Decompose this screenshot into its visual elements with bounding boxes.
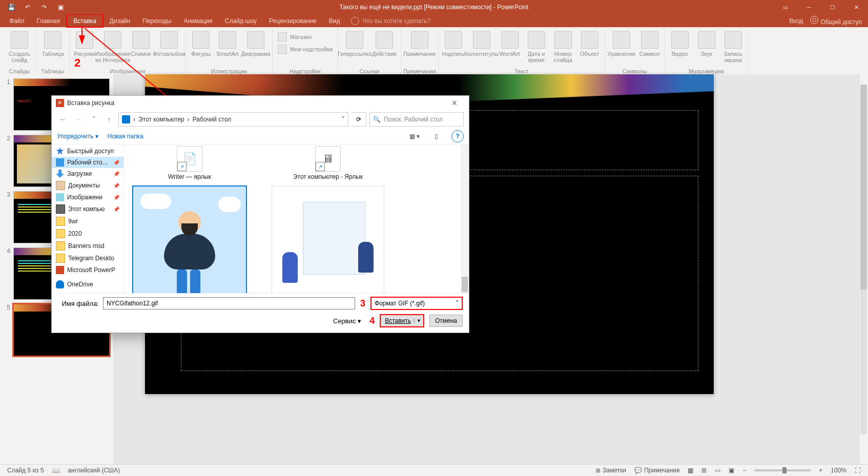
side-folder-powerpoint[interactable]: Microsoft PowerP — [52, 264, 123, 276]
tell-me-search[interactable]: Что вы хотите сделать? — [346, 14, 436, 27]
organize-button[interactable]: Упорядочить ▾ — [57, 133, 98, 140]
fit-window-icon[interactable]: ⛶ — [851, 467, 865, 474]
tab-animation[interactable]: Анимация — [177, 14, 218, 27]
maximize-icon[interactable]: ☐ — [821, 0, 844, 14]
tab-transitions[interactable]: Переходы — [136, 14, 177, 27]
search-icon: 🔍 — [373, 116, 381, 123]
side-onedrive[interactable]: OneDrive — [52, 279, 123, 290]
object-button[interactable]: Объект — [577, 29, 603, 64]
wordart-button[interactable]: WordArt — [497, 29, 523, 64]
file-gif2[interactable]: анализ.gif — [266, 187, 389, 293]
reading-view-icon[interactable]: ▭ — [711, 467, 725, 474]
equation-button[interactable]: Уравнение — [607, 29, 636, 64]
language-button[interactable]: английский (США) — [64, 467, 124, 474]
newfolder-button[interactable]: Новая папка — [108, 133, 143, 140]
comments-button[interactable]: 💬 Примечания — [630, 467, 684, 474]
cancel-button[interactable]: Отмена — [429, 315, 463, 327]
zoom-slider[interactable] — [754, 469, 811, 471]
file-writer-shortcut[interactable]: 📄↗ Writer — ярлык — [128, 147, 251, 180]
view-mode-icon[interactable]: ▦ ▾ — [408, 130, 421, 142]
close-icon[interactable]: ✕ — [844, 0, 868, 14]
side-folder-banners[interactable]: Banners msd — [52, 240, 123, 252]
file-thispc-shortcut[interactable]: 🖥↗ Этот компьютер - Ярлык — [266, 147, 389, 180]
side-thispc[interactable]: Этот компью📌 — [52, 203, 123, 215]
dialog-close-icon[interactable]: ✕ — [444, 96, 465, 110]
refresh-icon[interactable]: ⟳ — [352, 112, 366, 127]
insert-button[interactable]: Вставить▼ — [380, 314, 424, 327]
textbox-button[interactable]: Надпись — [441, 29, 466, 64]
side-desktop[interactable]: Рабочий сто…📌 — [52, 157, 123, 168]
redo-icon[interactable]: ↷ — [37, 1, 51, 13]
spellcheck-icon[interactable]: 📖 — [48, 467, 64, 474]
hyperlink-button[interactable]: Гиперссылка — [340, 29, 369, 64]
side-documents[interactable]: Документы📌 — [52, 179, 123, 192]
share-button[interactable]: Общий доступ — [810, 16, 862, 26]
filename-input[interactable] — [103, 297, 355, 309]
action-button[interactable]: Действие — [370, 29, 399, 64]
tab-review[interactable]: Рецензирование — [263, 14, 323, 27]
bulb-icon — [351, 17, 359, 25]
filename-label: Имя файла: — [58, 300, 99, 307]
filetype-combo[interactable]: Формат GIF (*.gif)˅ — [370, 297, 463, 310]
comment-button[interactable]: Примечание — [405, 29, 434, 64]
slide-counter[interactable]: Слайд 5 из 5 — [3, 467, 48, 474]
audio-button[interactable]: Звук — [694, 29, 719, 64]
search-input[interactable]: 🔍Поиск: Рабочий стол — [369, 112, 464, 127]
new-slide-button[interactable]: Создать слайд — [5, 29, 34, 64]
myaddins-button[interactable]: Мои надстройки — [275, 44, 336, 55]
photoalbum-button[interactable]: Фотоальбом — [155, 29, 183, 64]
help-icon[interactable]: ? — [451, 130, 464, 142]
zoom-level[interactable]: 100% — [826, 467, 851, 474]
tab-file[interactable]: Файл — [3, 14, 31, 27]
side-folder-2020[interactable]: 2020 — [52, 227, 123, 240]
chart-button[interactable]: Диаграмма — [241, 29, 270, 64]
sorter-view-icon[interactable]: ⊞ — [697, 467, 711, 474]
store-button[interactable]: Магазин — [275, 31, 336, 43]
pictures-button[interactable]: Рисунки — [72, 29, 97, 64]
start-slideshow-icon[interactable]: ▣ — [53, 1, 68, 13]
table-button[interactable]: Таблица — [38, 29, 67, 64]
screenrec-button[interactable]: Запись экрана — [720, 29, 746, 64]
service-link[interactable]: Сервис ▾ — [333, 317, 361, 325]
undo-icon[interactable]: ↶ — [20, 1, 35, 13]
preview-pane-icon[interactable]: ▯ — [430, 130, 442, 142]
zoom-in-icon[interactable]: + — [815, 467, 826, 474]
ribbon-options-icon[interactable]: ▭ — [774, 0, 797, 14]
tab-view[interactable]: Вид — [323, 14, 346, 27]
file-scrollbar[interactable] — [461, 144, 469, 293]
signin-link[interactable]: Вход — [789, 17, 803, 25]
tab-slideshow[interactable]: Слайд-шоу — [219, 14, 263, 27]
video-button[interactable]: Видео — [667, 29, 693, 64]
notes-button[interactable]: ≣ Заметки — [591, 467, 630, 474]
slidenum-button[interactable]: Номер слайда — [550, 29, 576, 64]
online-pictures-button[interactable]: Изображения из Интернета — [98, 29, 127, 64]
save-icon[interactable]: 💾 — [4, 1, 18, 13]
normal-view-icon[interactable]: ▦ — [684, 467, 697, 474]
chevron-down-icon[interactable]: ▼ — [414, 318, 421, 323]
tab-insert[interactable]: Вставка — [66, 14, 104, 28]
tab-home[interactable]: Главная — [31, 14, 67, 27]
dialog-title: Вставка рисунка — [67, 99, 114, 107]
nav-fwd-icon[interactable]: → — [72, 113, 85, 126]
slideshow-view-icon[interactable]: ▣ — [725, 467, 738, 474]
address-bar[interactable]: › Этот компьютер › Рабочий стол ˅ — [118, 112, 348, 127]
nav-up-icon[interactable]: ˅ — [88, 113, 100, 126]
datetime-button[interactable]: Дата и время — [524, 29, 549, 64]
vertical-scrollbar[interactable] — [859, 74, 868, 465]
smartart-button[interactable]: SmartArt — [215, 29, 240, 64]
headerfooter-button[interactable]: Колонтитулы — [467, 29, 496, 64]
tab-design[interactable]: Дизайн — [104, 14, 136, 27]
minimize-icon[interactable]: ─ — [797, 0, 821, 14]
side-pictures[interactable]: Изображени📌 — [52, 192, 123, 203]
side-downloads[interactable]: Загрузки📌 — [52, 168, 123, 179]
nav-up-arrow-icon[interactable]: ↑ — [103, 113, 115, 126]
zoom-out-icon[interactable]: − — [738, 467, 750, 474]
side-folder-telegram[interactable]: Telegram Deskto — [52, 252, 123, 264]
side-folder-9wr[interactable]: 9wr — [52, 215, 123, 227]
nav-back-icon[interactable]: ← — [57, 113, 69, 126]
screenshot-button[interactable]: Снимок — [128, 29, 154, 64]
file-gif1[interactable]: NYCGifathon12.gif — [128, 187, 251, 293]
symbol-button[interactable]: Символ — [637, 29, 663, 64]
side-quickaccess[interactable]: Быстрый доступ — [52, 146, 123, 157]
shapes-button[interactable]: Фигуры — [188, 29, 214, 64]
